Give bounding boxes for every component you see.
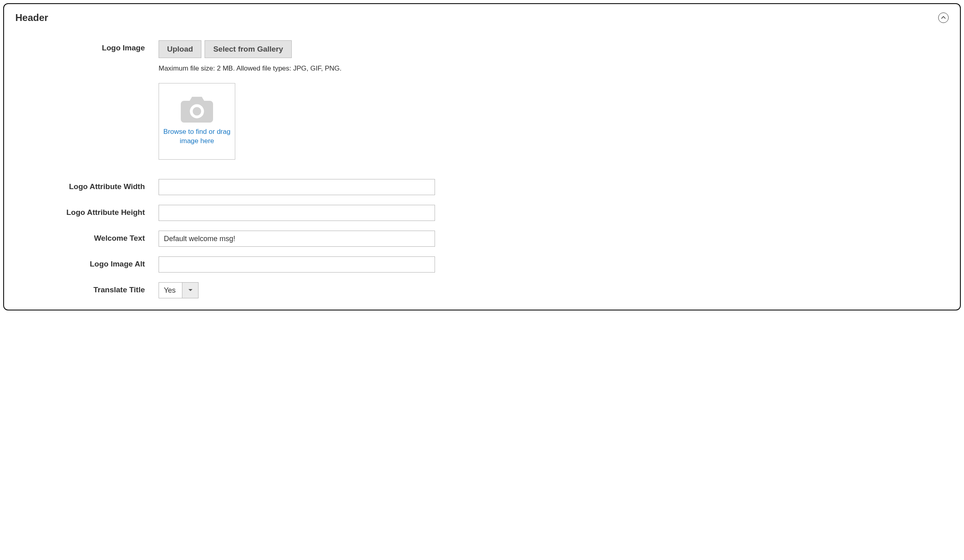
label-translate-title: Translate Title xyxy=(15,282,159,294)
label-logo-image-alt: Logo Image Alt xyxy=(15,256,159,269)
label-logo-attr-height: Logo Attribute Height xyxy=(15,205,159,217)
camera-icon xyxy=(181,97,213,123)
section-title: Header xyxy=(15,12,48,23)
input-logo-attr-width[interactable] xyxy=(159,179,435,195)
select-translate-title[interactable]: Yes xyxy=(159,282,199,298)
input-logo-image-alt[interactable] xyxy=(159,256,435,273)
upload-button[interactable]: Upload xyxy=(159,40,201,58)
chevron-down-icon xyxy=(188,289,193,292)
field-row-logo-image-alt: Logo Image Alt xyxy=(15,256,949,273)
image-upload-dropzone[interactable]: Browse to find or drag image here xyxy=(159,83,235,160)
header-section-panel: Header Logo Image Upload Select from Gal… xyxy=(3,3,961,310)
select-caret xyxy=(182,283,198,298)
chevron-up-icon xyxy=(941,16,946,19)
input-welcome-text[interactable] xyxy=(159,231,435,247)
field-row-logo-attr-height: Logo Attribute Height xyxy=(15,205,949,221)
input-logo-attr-height[interactable] xyxy=(159,205,435,221)
field-logo-image: Upload Select from Gallery Maximum file … xyxy=(159,40,341,160)
logo-button-row: Upload Select from Gallery xyxy=(159,40,341,58)
logo-image-help-text: Maximum file size: 2 MB. Allowed file ty… xyxy=(159,65,341,73)
label-welcome-text: Welcome Text xyxy=(15,231,159,243)
collapse-button[interactable] xyxy=(938,12,949,23)
field-row-welcome-text: Welcome Text xyxy=(15,231,949,247)
select-translate-title-value: Yes xyxy=(159,283,182,298)
panel-header: Header xyxy=(15,12,949,23)
select-from-gallery-button[interactable]: Select from Gallery xyxy=(205,40,291,58)
label-logo-attr-width: Logo Attribute Width xyxy=(15,179,159,191)
dropzone-hint-text: Browse to find or drag image here xyxy=(159,127,235,146)
field-row-logo-image: Logo Image Upload Select from Gallery Ma… xyxy=(15,40,949,160)
field-row-translate-title: Translate Title Yes xyxy=(15,282,949,298)
label-logo-image: Logo Image xyxy=(15,40,159,52)
field-row-logo-attr-width: Logo Attribute Width xyxy=(15,179,949,195)
